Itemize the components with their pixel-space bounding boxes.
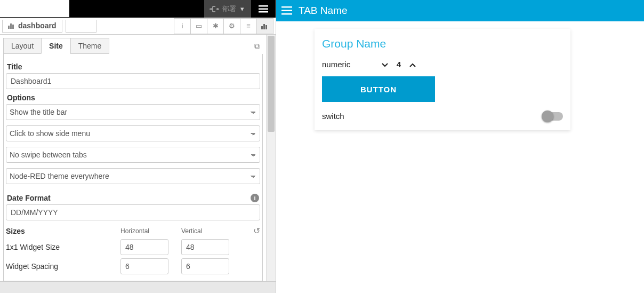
reset-sizes-button[interactable]: ↺ — [253, 226, 260, 236]
titlebar-select[interactable]: Show the title bar — [6, 104, 260, 120]
bar-chart-icon — [261, 23, 269, 29]
undo-icon: ↺ — [253, 226, 260, 235]
dateformat-label: Date Format — [7, 194, 51, 202]
hamburger-icon[interactable] — [281, 6, 292, 15]
theme-select[interactable]: Node-RED theme everywhere — [6, 168, 260, 184]
chevron-down-icon — [382, 63, 388, 67]
switch-label: switch — [322, 112, 344, 121]
external-link-icon: ⧉ — [254, 42, 260, 50]
database-icon: ≡ — [246, 22, 251, 30]
tab-label: Layout — [11, 42, 34, 50]
group-title: Group Name — [322, 37, 563, 50]
status-bar — [0, 281, 276, 293]
widget-size-v-input[interactable] — [181, 239, 229, 255]
dashboard-button[interactable]: BUTTON — [322, 76, 435, 102]
node-name-chip[interactable] — [66, 20, 96, 33]
help-tab-button[interactable]: ▭ — [190, 18, 207, 34]
tab-layout[interactable]: Layout — [3, 38, 42, 54]
deploy-button[interactable]: 部署 ▾ — [204, 0, 251, 18]
col-horizontal-label: Horizontal — [120, 227, 168, 235]
svg-rect-11 — [281, 6, 292, 8]
scrollbar[interactable] — [266, 35, 276, 281]
scrollbar-thumb[interactable] — [268, 36, 275, 132]
svg-rect-3 — [259, 8, 268, 10]
widget-spacing-label: Widget Spacing — [6, 262, 120, 271]
widget-spacing-v-input[interactable] — [181, 258, 229, 274]
node-type-chip[interactable]: dashboard — [2, 20, 62, 33]
widget-size-label: 1x1 Widget Size — [6, 243, 120, 251]
svg-rect-8 — [261, 26, 263, 29]
svg-rect-12 — [281, 10, 292, 12]
svg-rect-9 — [263, 24, 265, 29]
switch-toggle[interactable] — [543, 112, 563, 121]
options-label: Options — [7, 93, 259, 102]
tab-label: Theme — [78, 42, 102, 50]
book-icon: ▭ — [196, 22, 202, 30]
svg-point-1 — [216, 8, 219, 10]
context-tab-button[interactable]: ≡ — [240, 18, 257, 34]
caret-down-icon[interactable]: ▾ — [236, 5, 248, 13]
widget-spacing-h-input[interactable] — [120, 258, 168, 274]
tab-theme[interactable]: Theme — [70, 38, 110, 54]
dashboard-tab-button[interactable] — [256, 18, 273, 34]
svg-rect-2 — [259, 5, 268, 7]
deploy-icon — [210, 5, 219, 13]
open-dashboard-button[interactable]: ⧉ — [251, 42, 263, 51]
swipe-select[interactable]: No swipe between tabs — [6, 147, 260, 163]
config-tab-button[interactable]: ⚙ — [223, 18, 240, 34]
svg-rect-7 — [12, 25, 14, 29]
dateformat-input[interactable] — [6, 204, 260, 220]
tab-site[interactable]: Site — [41, 38, 71, 54]
gear-icon: ⚙ — [229, 22, 235, 30]
dashboard-header: TAB Name — [276, 0, 644, 21]
tab-name: TAB Name — [299, 5, 348, 17]
svg-rect-10 — [265, 25, 267, 29]
title-input[interactable] — [6, 73, 260, 89]
deploy-label: 部署 — [222, 4, 236, 14]
title-label: Title — [7, 62, 259, 71]
svg-rect-13 — [281, 13, 292, 15]
info-icon[interactable]: i — [251, 194, 259, 202]
svg-point-0 — [210, 8, 212, 10]
col-vertical-label: Vertical — [181, 227, 229, 235]
svg-rect-5 — [8, 26, 10, 29]
debug-tab-button[interactable]: ✱ — [207, 18, 224, 34]
sizes-label: Sizes — [6, 227, 120, 235]
switch-knob — [542, 110, 553, 122]
svg-rect-4 — [259, 11, 268, 13]
editor-logo-area — [0, 0, 69, 18]
numeric-decrement[interactable] — [379, 60, 391, 69]
bar-chart-icon — [8, 22, 15, 29]
sidemenu-select[interactable]: Click to show side menu — [6, 125, 260, 141]
info-tab-button[interactable]: i — [174, 18, 191, 34]
numeric-increment[interactable] — [406, 60, 419, 69]
svg-rect-6 — [10, 23, 12, 29]
node-type-label: dashboard — [18, 21, 57, 30]
numeric-label: numeric — [322, 60, 379, 69]
bug-icon: ✱ — [213, 22, 219, 30]
info-icon: i — [182, 22, 183, 30]
numeric-value: 4 — [391, 60, 406, 69]
hamburger-icon — [259, 5, 268, 13]
button-label: BUTTON — [360, 85, 397, 94]
widget-size-h-input[interactable] — [120, 239, 168, 255]
group-card: Group Name numeric 4 BUTTON switch — [315, 29, 570, 130]
main-menu-button[interactable] — [251, 0, 276, 18]
tab-label: Site — [49, 42, 63, 50]
chevron-up-icon — [409, 63, 416, 67]
